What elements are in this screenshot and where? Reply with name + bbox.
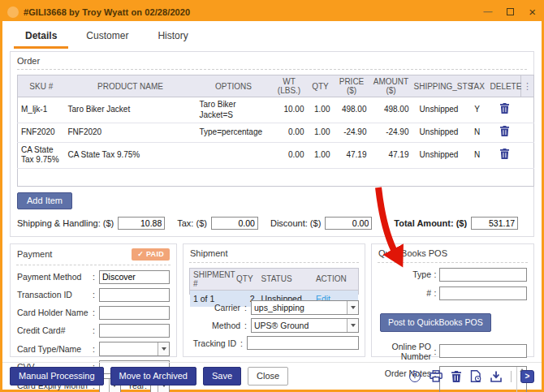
- shipment-table-box: SHIPMENT # QTY STATUS ACTION 1 of 1 2 Un…: [189, 268, 359, 295]
- payment-method-label: Payment Method: [17, 272, 93, 282]
- cell-shipping-status: Unshipped: [412, 97, 466, 123]
- total-amount-label: Total Amount: ($): [394, 218, 467, 228]
- col-shipment-action: ACTION: [313, 269, 358, 291]
- shipping-handling-label: Shipping & Handling: ($): [17, 218, 114, 228]
- carrier-label: Carrier: [214, 303, 240, 312]
- qb-number-label: #: [378, 288, 431, 298]
- col-sku: SKU #: [18, 75, 65, 97]
- move-to-archived-button[interactable]: Move to Archived: [110, 367, 196, 386]
- card-type-select[interactable]: [99, 342, 170, 356]
- payment-method-input[interactable]: [99, 270, 170, 284]
- document-history-button[interactable]: [470, 370, 481, 382]
- table-row: FNF2020 FNF2020 Type=percentage 0.00 1.0…: [18, 123, 534, 143]
- col-weight: WT (LBS.): [271, 75, 308, 97]
- qb-type-label: Type: [378, 269, 431, 279]
- carrier-select[interactable]: ups_shipping: [251, 300, 359, 315]
- maximize-button[interactable]: [507, 6, 514, 17]
- close-dialog-button[interactable]: Close: [248, 367, 288, 386]
- printer-icon: [430, 370, 443, 382]
- cell-weight: 0.00: [271, 142, 308, 168]
- quickbooks-pos-section: QuickBooks POS Type : # : Post to QuickB…: [371, 243, 534, 358]
- cell-tax: N: [466, 142, 489, 168]
- next-page-button[interactable]: >: [520, 370, 534, 383]
- table-row: M_ljk-1 Taro Biker Jacket Taro Biker Jac…: [18, 97, 534, 123]
- order-table-header-row: SKU # PRODUCT NAME OPTIONS WT (LBS.) QTY…: [18, 75, 534, 97]
- delete-row-button[interactable]: [500, 126, 509, 136]
- cell-amount: 498.00: [370, 97, 412, 123]
- tab-bar: Details Customer History: [2, 21, 542, 49]
- window-title: #GILI3668 by Troy Wyatt on 02/28/2020: [24, 7, 190, 17]
- online-po-number-label: Online PO Number: [378, 342, 431, 361]
- tab-history[interactable]: History: [146, 26, 199, 49]
- column-menu-icon[interactable]: ⋮: [521, 75, 534, 97]
- paid-status-badge: ✓ PAID: [132, 248, 170, 261]
- delete-button[interactable]: [451, 371, 461, 382]
- minimize-button[interactable]: —: [483, 7, 492, 16]
- col-price: PRICE ($): [334, 75, 370, 97]
- col-shipping-status: SHIPPING_STS: [412, 75, 466, 97]
- col-options: OPTIONS: [196, 75, 271, 97]
- transaction-id-label: Transaction ID: [17, 290, 93, 299]
- print-button[interactable]: [430, 370, 443, 382]
- tab-customer[interactable]: Customer: [75, 26, 140, 49]
- col-amount: AMOUNT ($): [370, 75, 412, 97]
- add-item-button[interactable]: Add Item: [17, 192, 72, 209]
- qb-type-input[interactable]: [439, 268, 527, 282]
- card-holder-name-input[interactable]: [99, 306, 170, 320]
- col-delete: DELETE: [489, 75, 521, 97]
- card-holder-name-label: Card Holder Name: [17, 308, 93, 317]
- title-bar: #GILI3668 by Troy Wyatt on 02/28/2020 — …: [2, 2, 542, 21]
- total-amount-input[interactable]: [471, 217, 518, 230]
- post-to-quickbooks-button[interactable]: Post to QuickBooks POS: [380, 313, 491, 332]
- cell-price: -24.90: [334, 123, 370, 143]
- cell-tax: Y: [466, 97, 489, 123]
- shipping-method-select[interactable]: UPS® Ground: [251, 318, 359, 333]
- tracking-id-input[interactable]: [247, 336, 359, 350]
- manual-processing-button[interactable]: Manual Processing: [10, 367, 104, 386]
- col-shipment-status: STATUS: [258, 269, 313, 291]
- cell-qty: 1.00: [308, 142, 334, 168]
- col-product-name: PRODUCT NAME: [65, 75, 196, 97]
- col-qty: QTY: [308, 75, 334, 97]
- chevron-down-icon: [347, 301, 358, 314]
- tax-input[interactable]: [211, 217, 258, 230]
- chevron-down-icon: [158, 342, 169, 355]
- order-dialog-window: #GILI3668 by Troy Wyatt on 02/28/2020 — …: [0, 0, 544, 392]
- online-po-number-input[interactable]: [439, 344, 527, 358]
- cell-shipping-status: Unshipped: [412, 123, 466, 143]
- empty-table-space: [18, 168, 534, 186]
- discount-input[interactable]: [325, 217, 372, 230]
- cell-sku: CA State Tax 9.75%: [18, 142, 65, 168]
- help-button[interactable]: ?: [409, 371, 421, 382]
- shipment-section-title: Shipment: [190, 248, 227, 258]
- order-section: Order SKU # PRODUCT NAME OPTIONS WT (LBS…: [10, 51, 534, 237]
- dialog-screen: #GILI3668 by Troy Wyatt on 02/28/2020 — …: [0, 0, 544, 392]
- col-shipment-number: SHIPMENT #: [190, 269, 233, 291]
- table-row: CA State Tax 9.75% CA State Tax 9.75% 0.…: [18, 142, 534, 168]
- credit-card-input[interactable]: [99, 324, 170, 338]
- maximize-icon: [507, 8, 514, 15]
- delete-row-button[interactable]: [500, 103, 509, 114]
- delete-row-button[interactable]: [500, 149, 509, 159]
- shipping-handling-input[interactable]: [118, 217, 165, 230]
- qb-number-input[interactable]: [439, 286, 527, 300]
- transaction-id-input[interactable]: [99, 288, 170, 302]
- cell-weight: 10.00: [271, 97, 308, 123]
- order-section-title: Order: [17, 56, 527, 66]
- save-button[interactable]: Save: [203, 367, 241, 386]
- chevron-down-icon: [347, 319, 358, 332]
- close-button[interactable]: ×: [529, 6, 536, 18]
- cell-qty: 1.00: [308, 97, 334, 123]
- divider: [378, 262, 528, 263]
- download-button[interactable]: [490, 371, 502, 382]
- cell-shipping-status: Unshipped: [412, 142, 466, 168]
- cell-sku: FNF2020: [18, 123, 65, 143]
- card-type-label: Card Type/Name: [17, 344, 93, 354]
- cell-options: [196, 142, 271, 168]
- order-totals-row: Shipping & Handling: ($) Tax: ($) Discou…: [17, 217, 527, 230]
- cell-sku: M_ljk-1: [18, 97, 65, 123]
- shipment-section: Shipment SHIPMENT # QTY STATUS ACTION: [183, 243, 365, 358]
- payment-section-title: Payment: [17, 249, 52, 259]
- trash-icon: [500, 149, 509, 159]
- tab-details[interactable]: Details: [14, 26, 68, 49]
